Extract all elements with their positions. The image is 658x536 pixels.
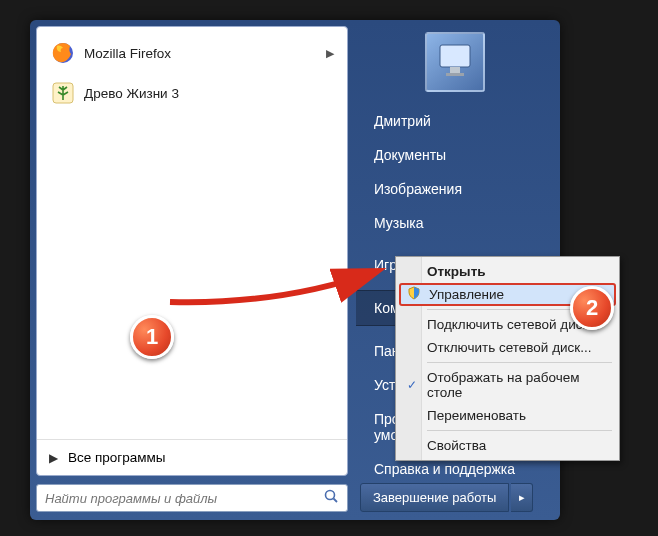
search-box[interactable] xyxy=(36,484,348,512)
start-left-panel: Mozilla Firefox ▶ Древо Жизни 3 ▶ Все пр… xyxy=(36,26,348,476)
ctx-disconnect-drive[interactable]: Отключить сетевой диск... xyxy=(399,336,616,359)
right-link-pictures[interactable]: Изображения xyxy=(356,172,554,206)
ctx-rename[interactable]: Переименовать xyxy=(399,404,616,427)
annotation-badge-2: 2 xyxy=(570,286,614,330)
annotation-badge-1: 1 xyxy=(130,315,174,359)
shutdown-options-arrow[interactable]: ▸ xyxy=(511,483,533,512)
recent-item-tree[interactable]: Древо Жизни 3 xyxy=(41,73,343,113)
recent-item-firefox[interactable]: Mozilla Firefox ▶ xyxy=(41,33,343,73)
shutdown-button[interactable]: Завершение работы xyxy=(360,483,509,512)
arrow-right-icon: ▶ xyxy=(49,451,58,465)
monitor-icon xyxy=(432,39,478,85)
recent-item-label: Mozilla Firefox xyxy=(84,46,171,61)
tree-icon xyxy=(50,80,76,106)
submenu-arrow-icon: ▶ xyxy=(326,47,334,60)
svg-point-2 xyxy=(326,491,335,500)
search-input[interactable] xyxy=(45,491,323,506)
right-link-user[interactable]: Дмитрий xyxy=(356,104,554,138)
recent-programs-list: Mozilla Firefox ▶ Древо Жизни 3 xyxy=(37,27,347,117)
check-icon: ✓ xyxy=(403,378,421,392)
firefox-icon xyxy=(50,40,76,66)
svg-rect-4 xyxy=(440,45,470,67)
all-programs-label: Все программы xyxy=(68,450,166,465)
svg-rect-5 xyxy=(450,67,460,73)
ctx-open[interactable]: Открыть xyxy=(399,260,616,283)
shield-icon xyxy=(405,286,423,303)
annotation-arrow xyxy=(160,260,390,320)
recent-item-label: Древо Жизни 3 xyxy=(84,86,179,101)
svg-rect-6 xyxy=(446,73,464,76)
right-link-documents[interactable]: Документы xyxy=(356,138,554,172)
ctx-show-desktop[interactable]: ✓ Отображать на рабочем столе xyxy=(399,366,616,404)
right-link-music[interactable]: Музыка xyxy=(356,206,554,240)
all-programs[interactable]: ▶ Все программы xyxy=(37,439,347,475)
ctx-properties[interactable]: Свойства xyxy=(399,434,616,457)
shutdown-group: Завершение работы ▸ xyxy=(360,483,533,512)
svg-line-3 xyxy=(334,499,338,503)
search-icon xyxy=(323,488,339,508)
search-row xyxy=(36,482,348,514)
user-picture[interactable] xyxy=(425,32,485,92)
